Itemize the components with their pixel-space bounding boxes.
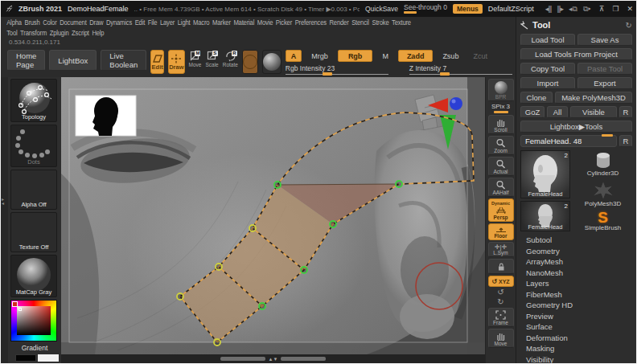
draw-button[interactable]: Draw <box>168 50 184 74</box>
scroll-button[interactable]: Scroll <box>488 115 514 134</box>
menu-item[interactable]: Stencil <box>351 18 369 27</box>
menu-item[interactable]: Edit <box>135 18 145 27</box>
alpha-preview-button[interactable] <box>262 50 282 74</box>
rgb-toggle[interactable]: Rgb <box>338 50 373 62</box>
menu-item[interactable]: Zscript <box>72 29 89 37</box>
divider-handle-icon[interactable]: ▸◂ <box>2 198 4 206</box>
menu-item[interactable]: Movie <box>257 18 273 27</box>
menu-item[interactable]: Draw <box>89 18 103 27</box>
right-tray-toggle-icon[interactable]: |||▸ <box>557 5 563 13</box>
frame-button[interactable]: Frame <box>488 308 514 327</box>
see-through-handle[interactable] <box>404 11 417 14</box>
palette-section[interactable]: FiberMesh <box>520 290 632 301</box>
alpha-off-button[interactable]: Alpha Off <box>10 170 57 210</box>
tool-slot-simplebrush[interactable]: S SimpleBrush <box>573 211 632 231</box>
quicksave-button[interactable]: QuickSave <box>365 5 398 13</box>
menu-item[interactable]: Transform <box>20 29 47 37</box>
default-zscript-button[interactable]: DefaultZScript <box>488 5 534 13</box>
menu-item[interactable]: Picker <box>276 18 292 27</box>
z-intensity-slider[interactable]: Z Intensity 7 <box>409 64 512 75</box>
a-toggle[interactable]: A <box>286 50 302 62</box>
load-tool-button[interactable]: Load Tool <box>520 34 575 46</box>
menu-item[interactable]: Stroke <box>372 18 388 27</box>
palette-section[interactable]: Visibility <box>520 355 632 364</box>
xyz-symmetry-button[interactable]: ↺ XYZ <box>488 276 514 287</box>
tool-slot-cylinder3d[interactable]: Cylinder3D <box>573 152 632 177</box>
tray-arrows-icon[interactable]: ▲▼ <box>269 357 278 362</box>
move-canvas-button[interactable]: Move <box>488 329 514 348</box>
restore-configuration-icon[interactable]: ↻ <box>626 21 632 30</box>
tool-r-button[interactable]: R <box>619 135 632 147</box>
menu-item[interactable]: Layer <box>160 18 175 27</box>
menu-item[interactable]: Macro <box>193 18 209 27</box>
home-page-button[interactable]: Home Page <box>7 50 45 71</box>
palette-section[interactable]: Subtool <box>520 235 632 247</box>
divider-segment[interactable] <box>281 357 326 361</box>
tool-slider-handle[interactable] <box>602 134 613 137</box>
save-as-button[interactable]: Save As <box>577 34 632 46</box>
export-button[interactable]: Export <box>577 77 632 89</box>
menu-item[interactable]: Render <box>330 18 349 27</box>
restore-button[interactable]: ❐ <box>612 5 619 13</box>
menu-item[interactable]: Help <box>92 29 104 37</box>
menu-item[interactable]: Light <box>178 18 191 27</box>
left-tray-toggle-icon[interactable]: ◂||| <box>545 5 552 13</box>
make-polymesh3d-button[interactable]: Make PolyMesh3D <box>555 92 632 104</box>
spix-handle[interactable] <box>494 111 508 113</box>
gradient-button[interactable]: Gradient <box>10 344 59 352</box>
menu-item[interactable]: Document <box>60 18 86 27</box>
document-canvas[interactable] <box>61 77 485 354</box>
scale-button[interactable]: S Scale <box>205 50 218 76</box>
current-tool-thumbnail[interactable]: 2 FemaleHead <box>520 150 570 198</box>
bottom-tray-divider[interactable]: ▲▼ <box>61 354 485 363</box>
white-swatch[interactable] <box>38 354 59 362</box>
goz-button[interactable]: GoZ <box>520 106 545 118</box>
palette-section[interactable]: Preview <box>520 312 632 323</box>
tool-slot-femalehead[interactable]: 2 FemaleHead <box>520 201 570 231</box>
saturation-square[interactable] <box>17 306 51 335</box>
spin-left-icon[interactable]: ↺ <box>497 288 503 297</box>
clone-button[interactable]: Clone <box>520 92 553 104</box>
menu-item[interactable]: Material <box>233 18 254 27</box>
menu-item[interactable]: Tool <box>6 29 17 37</box>
zsub-toggle[interactable]: Zsub <box>438 50 463 62</box>
goz-visible-button[interactable]: Visible <box>570 106 617 118</box>
menu-item[interactable]: File <box>148 18 158 27</box>
palette-section[interactable]: Layers <box>520 279 632 290</box>
floor-button[interactable]: Floor <box>488 223 514 240</box>
copy-tool-button[interactable]: Copy Tool <box>520 63 575 75</box>
black-swatch[interactable] <box>15 354 36 362</box>
lightbox-tools-button[interactable]: Lightbox▶Tools <box>520 121 632 133</box>
goz-r-button[interactable]: R <box>619 106 632 118</box>
copy-config-icon[interactable]: ◂⧉ <box>569 5 577 14</box>
palette-section[interactable]: Geometry <box>520 247 632 258</box>
minimize-button[interactable]: ⊼ <box>599 5 605 13</box>
bpr-render-button[interactable]: BPR <box>488 79 514 101</box>
lock-button[interactable] <box>488 259 514 274</box>
see-through-slider[interactable]: See-through 0 <box>404 4 447 14</box>
menu-item[interactable]: Preferences <box>295 18 327 27</box>
matcap-gray-button[interactable]: MatCap Gray <box>10 255 57 297</box>
load-tools-from-project-button[interactable]: Load Tools From Project <box>520 48 632 60</box>
menus-button[interactable]: Menus <box>453 4 483 14</box>
m-toggle[interactable]: M <box>377 50 393 62</box>
aahalf-button[interactable]: AAHalf <box>488 178 514 197</box>
edit-button[interactable]: Edit <box>150 50 164 74</box>
goz-all-button[interactable]: All <box>547 106 568 118</box>
menu-item[interactable]: Dynamics <box>106 18 132 27</box>
menu-item[interactable]: Texture <box>392 18 411 27</box>
rgb-intensity-handle[interactable] <box>323 72 332 76</box>
left-divider-rail[interactable]: ▸◂ <box>1 77 8 363</box>
live-boolean-button[interactable]: Live Boolean <box>101 50 146 71</box>
perspective-button[interactable]: Dynamic Persp <box>488 198 514 222</box>
current-stroke-dots[interactable]: Dots <box>10 125 57 166</box>
mrgb-toggle[interactable]: Mrgb <box>306 50 333 62</box>
menu-item[interactable]: Marker <box>212 18 231 27</box>
color-picker[interactable] <box>10 300 57 342</box>
menu-item[interactable]: Brush <box>24 18 39 27</box>
current-brush-topology[interactable]: Topology <box>10 79 57 122</box>
import-button[interactable]: Import <box>520 77 575 89</box>
rotate-button[interactable]: R Rotate <box>223 50 238 76</box>
stroke-preview-button[interactable] <box>242 50 258 74</box>
spix-slider[interactable]: SPix 3 <box>491 103 510 113</box>
